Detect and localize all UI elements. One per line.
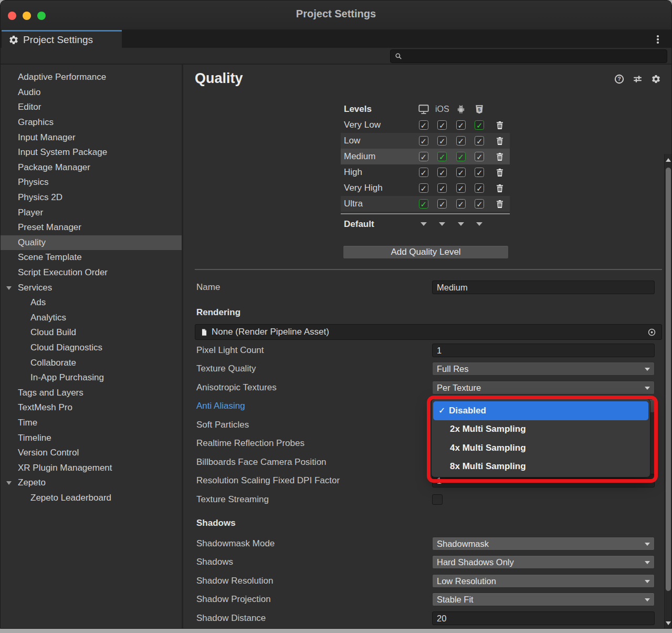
quality-level-row-high[interactable]: High✓✓✓✓ — [341, 164, 510, 180]
sidebar-item-time[interactable]: Time — [1, 416, 182, 431]
trash-icon[interactable] — [495, 183, 505, 193]
sidebar-item-ads[interactable]: Ads — [1, 295, 182, 310]
menu-item-8x-multi-sampling[interactable]: 8x Multi Sampling — [433, 458, 648, 476]
sidebar-item-cloud-build[interactable]: Cloud Build — [1, 325, 182, 340]
checkbox-checked[interactable]: ✓ — [475, 199, 484, 209]
checkbox-checked[interactable]: ✓ — [437, 199, 447, 209]
checkbox-checked[interactable]: ✓ — [419, 183, 428, 193]
dropdown-anisotropic-textures[interactable]: Per Texture — [432, 381, 655, 395]
dropdown-shadow-resolution[interactable]: Low Resolution — [432, 574, 655, 588]
object-picker-icon[interactable] — [647, 328, 656, 337]
sidebar-item-cloud-diagnostics[interactable]: Cloud Diagnostics — [1, 340, 182, 356]
checkbox-checked[interactable]: ✓ — [437, 183, 447, 193]
sidebar-item-preset-manager[interactable]: Preset Manager — [1, 220, 182, 235]
text-field-name[interactable]: Medium — [432, 281, 655, 294]
sidebar-item-player[interactable]: Player — [1, 205, 182, 220]
gear-icon[interactable] — [651, 74, 661, 84]
checkbox-checked[interactable]: ✓ — [419, 120, 428, 130]
sidebar-item-label: Input System Package — [18, 147, 107, 158]
sidebar-item-tags-and-layers[interactable]: Tags and Layers — [1, 385, 182, 400]
quality-level-row-ultra[interactable]: Ultra✓✓✓✓ — [341, 196, 510, 212]
sidebar-item-services[interactable]: Services — [1, 280, 182, 295]
sidebar-item-in-app-purchasing[interactable]: In-App Purchasing — [1, 370, 182, 386]
dropdown-texture-quality[interactable]: Full Res — [432, 362, 655, 376]
checkbox-texture-streaming[interactable] — [432, 494, 443, 505]
sidebar-item-package-manager[interactable]: Package Manager — [1, 160, 182, 175]
sidebar-item-physics-2d[interactable]: Physics 2D — [1, 190, 182, 205]
checkbox-checked[interactable]: ✓ — [456, 168, 466, 177]
sidebar-item-adaptive-performance[interactable]: Adaptive Performance — [1, 70, 182, 85]
sidebar-item-editor[interactable]: Editor — [1, 100, 182, 115]
checkbox-checked[interactable]: ✓ — [419, 152, 428, 161]
sidebar-item-analytics[interactable]: Analytics — [1, 310, 182, 326]
foldout-open-icon[interactable] — [6, 481, 12, 485]
checkbox-checked[interactable]: ✓ — [456, 199, 466, 209]
checkbox-checked[interactable]: ✓ — [475, 152, 484, 161]
checkbox-checked-green[interactable]: ✓ — [437, 152, 447, 161]
checkbox-checked[interactable]: ✓ — [437, 168, 447, 177]
checkbox-checked[interactable]: ✓ — [475, 183, 484, 193]
sidebar-item-xr-plugin-management[interactable]: XR Plugin Management — [1, 460, 182, 475]
quality-level-row-low[interactable]: Low✓✓✓✓ — [341, 133, 510, 149]
sidebar-item-scene-template[interactable]: Scene Template — [1, 250, 182, 265]
sidebar-item-collaborate[interactable]: Collaborate — [1, 355, 182, 370]
scroll-down-icon[interactable] — [666, 621, 671, 625]
trash-icon[interactable] — [495, 152, 505, 161]
search-box[interactable] — [390, 49, 667, 63]
default-dropdown-icon[interactable] — [439, 222, 445, 226]
default-dropdown-icon[interactable] — [476, 222, 482, 226]
sidebar-item-script-execution-order[interactable]: Script Execution Order — [1, 265, 182, 281]
text-field-shadow-distance[interactable]: 20 — [432, 611, 655, 625]
foldout-open-icon[interactable] — [6, 286, 12, 290]
trash-icon[interactable] — [495, 199, 505, 209]
quality-level-row-medium[interactable]: Medium✓✓✓✓ — [341, 149, 510, 164]
presets-icon[interactable] — [633, 74, 643, 84]
trash-icon[interactable] — [495, 168, 505, 177]
sidebar-item-zepeto-leaderboard[interactable]: Zepeto Leaderboard — [1, 491, 182, 506]
kebab-menu-icon[interactable] — [654, 34, 662, 45]
render-pipeline-field[interactable]: None (Render Pipeline Asset) — [195, 324, 662, 340]
sidebar-item-textmesh-pro[interactable]: TextMesh Pro — [1, 400, 182, 416]
trash-icon[interactable] — [495, 136, 505, 146]
checkbox-checked[interactable]: ✓ — [475, 136, 484, 146]
sidebar-item-quality[interactable]: Quality — [1, 235, 182, 251]
sidebar-item-input-manager[interactable]: Input Manager — [1, 130, 182, 145]
default-dropdown-icon[interactable] — [458, 222, 464, 226]
quality-level-row-very-low[interactable]: Very Low✓✓✓✓ — [341, 117, 510, 133]
text-field-pixel-light-count[interactable]: 1 — [432, 344, 655, 357]
sidebar-item-physics[interactable]: Physics — [1, 175, 182, 190]
scrollbar-thumb[interactable] — [666, 168, 671, 591]
trash-icon[interactable] — [495, 120, 505, 130]
menu-item-2x-multi-sampling[interactable]: 2x Multi Sampling — [433, 420, 648, 439]
sidebar-item-audio[interactable]: Audio — [1, 85, 182, 100]
dropdown-shadow-projection[interactable]: Stable Fit — [432, 593, 655, 606]
scroll-up-icon[interactable] — [666, 158, 671, 162]
checkbox-checked[interactable]: ✓ — [456, 120, 466, 130]
help-icon[interactable]: ? — [614, 74, 624, 84]
sidebar-item-graphics[interactable]: Graphics — [1, 115, 182, 130]
sidebar-item-timeline[interactable]: Timeline — [1, 430, 182, 445]
sidebar-item-input-system-package[interactable]: Input System Package — [1, 145, 182, 160]
quality-level-row-very-high[interactable]: Very High✓✓✓✓ — [341, 180, 510, 196]
add-quality-level-button[interactable]: Add Quality Level — [343, 245, 509, 259]
checkbox-checked-green[interactable]: ✓ — [419, 199, 428, 209]
checkbox-checked[interactable]: ✓ — [419, 136, 428, 146]
checkbox-checked[interactable]: ✓ — [475, 168, 484, 177]
tab-project-settings[interactable]: Project Settings — [2, 30, 122, 48]
dropdown-shadowmask-mode[interactable]: Shadowmask — [432, 537, 655, 551]
checkbox-checked[interactable]: ✓ — [437, 136, 447, 146]
menu-item-disabled[interactable]: ✓Disabled — [433, 401, 648, 420]
checkbox-checked[interactable]: ✓ — [437, 120, 447, 130]
checkbox-checked[interactable]: ✓ — [456, 136, 466, 146]
checkbox-checked-green[interactable]: ✓ — [475, 120, 484, 130]
default-dropdown-icon[interactable] — [421, 222, 427, 226]
checkbox-checked[interactable]: ✓ — [456, 183, 466, 193]
vertical-scrollbar[interactable] — [664, 154, 671, 628]
sidebar-item-version-control[interactable]: Version Control — [1, 445, 182, 461]
dropdown-shadows[interactable]: Hard Shadows Only — [432, 555, 655, 569]
sidebar-item-zepeto[interactable]: Zepeto — [1, 475, 182, 491]
checkbox-checked[interactable]: ✓ — [419, 168, 428, 177]
checkbox-checked-green[interactable]: ✓ — [456, 152, 466, 161]
menu-item-4x-multi-sampling[interactable]: 4x Multi Sampling — [433, 439, 648, 458]
search-input[interactable] — [405, 51, 663, 61]
